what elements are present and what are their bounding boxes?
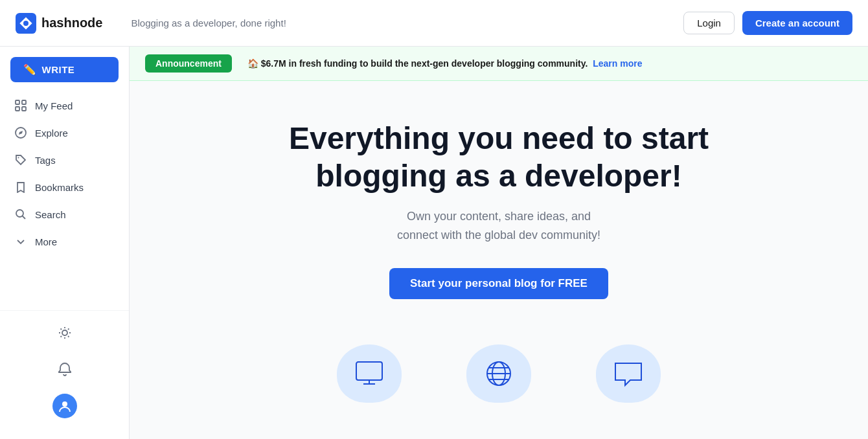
svg-line-17 [68,336,69,337]
write-label: WRITE [42,64,75,75]
sidebar-item-explore[interactable]: Explore [4,120,125,146]
theme-toggle-button[interactable] [53,321,76,344]
hashnode-logo-icon [16,13,36,34]
sidebar-item-label-search: Search [35,209,66,220]
pencil-icon: ✏️ [23,63,37,76]
svg-line-18 [60,336,62,337]
sun-icon [58,326,72,340]
sidebar-item-label-more: More [35,236,57,247]
feature-item-2 [460,338,538,409]
svg-point-20 [62,401,67,407]
logo-text: hashnode [41,16,102,30]
app-body: ✏️ WRITE My Feed [0,47,868,439]
sidebar-item-my-feed[interactable]: My Feed [4,93,125,118]
login-button[interactable]: Login [683,12,735,34]
sidebar-item-bookmarks[interactable]: Bookmarks [4,174,125,200]
logo[interactable]: hashnode [16,13,102,34]
compass-icon [14,126,27,139]
create-account-button[interactable]: Create an account [742,11,852,35]
bookmark-icon [14,181,27,194]
header-right: Login Create an account [683,11,852,35]
svg-rect-3 [22,100,26,104]
tag-icon [14,153,27,166]
main-content: Announcement 🏠 $6.7M in fresh funding to… [130,47,868,439]
header-tagline: Blogging as a developer, done right! [131,17,286,28]
monitor-icon [353,359,385,388]
feature-circle-2 [466,344,531,403]
bell-icon [58,362,72,376]
svg-point-8 [18,157,19,159]
user-avatar-button[interactable] [52,394,77,418]
notifications-button[interactable] [53,357,76,381]
svg-rect-2 [16,100,19,104]
announcement-badge: Announcement [145,54,232,73]
chat-icon [612,359,645,388]
svg-rect-5 [22,107,26,111]
sidebar-bottom [0,310,129,429]
sidebar-nav: My Feed Explore Tags [0,93,129,310]
sidebar: ✏️ WRITE My Feed [0,47,130,439]
user-avatar-icon [58,399,72,413]
announcement-emoji: 🏠 [247,58,258,69]
hero-section: Everything you need to start blogging as… [130,81,868,325]
hero-title: Everything you need to start blogging as… [272,120,725,194]
hero-subtitle: Own your content, share ideas, andconnec… [397,207,600,245]
svg-line-19 [68,329,69,330]
grid-icon [14,99,27,112]
feature-item-1 [330,338,408,409]
svg-point-9 [16,210,23,217]
announcement-text: 🏠 $6.7M in fresh funding to build the ne… [247,58,643,69]
features-row [130,325,868,409]
search-icon [14,208,27,221]
svg-point-11 [62,330,67,335]
svg-point-1 [23,21,29,26]
write-button[interactable]: ✏️ WRITE [10,57,119,82]
sidebar-item-search[interactable]: Search [4,201,125,227]
announcement-body: $6.7M in fresh funding to build the next… [261,58,588,69]
svg-rect-21 [356,362,382,380]
svg-marker-7 [19,131,23,135]
feature-circle-1 [337,344,402,403]
sidebar-item-tags[interactable]: Tags [4,147,125,173]
feature-item-3 [589,338,667,409]
sidebar-item-more[interactable]: More [4,229,125,254]
feature-circle-3 [596,344,661,403]
svg-rect-4 [16,107,19,111]
chevron-down-icon [14,235,27,248]
header-left: hashnode Blogging as a developer, done r… [16,13,286,34]
sidebar-item-label-explore: Explore [35,128,68,139]
sidebar-item-label-my-feed: My Feed [35,100,73,111]
announcement-learn-more[interactable]: Learn more [593,58,642,69]
start-blog-button[interactable]: Start your personal blog for FREE [389,268,608,299]
globe-icon [483,359,515,388]
sidebar-item-label-bookmarks: Bookmarks [35,182,84,193]
svg-line-16 [60,329,62,330]
svg-line-10 [23,216,26,220]
announcement-banner: Announcement 🏠 $6.7M in fresh funding to… [130,47,868,81]
sidebar-item-label-tags: Tags [35,155,56,166]
top-header: hashnode Blogging as a developer, done r… [0,0,868,47]
